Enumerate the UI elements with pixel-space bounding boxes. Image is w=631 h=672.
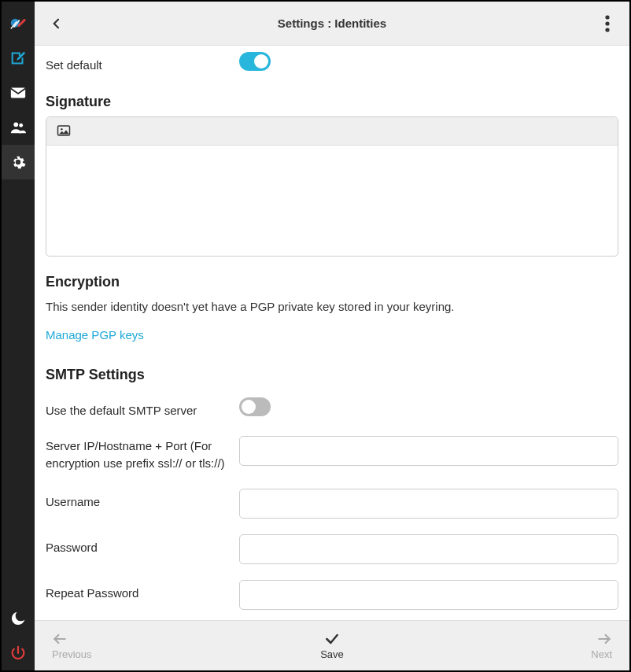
svg-point-3 [13,122,18,127]
svg-point-9 [61,128,62,130]
next-button[interactable]: Next [504,621,629,670]
signature-section-title: Signature [46,94,618,110]
signature-toolbar [46,117,618,146]
svg-point-7 [605,28,609,31]
sidebar-contacts[interactable] [2,110,35,145]
svg-point-4 [19,124,23,127]
svg-point-5 [605,15,609,19]
smtp-server-input[interactable] [239,436,618,466]
sidebar-settings[interactable] [2,145,35,179]
page-title: Settings : Identities [278,17,386,30]
signature-body[interactable] [46,146,618,256]
more-button[interactable] [592,8,623,39]
encryption-section-title: Encryption [46,274,618,290]
footer: Previous Save Next [35,620,629,670]
smtp-password-label: Password [46,534,239,557]
smtp-username-input[interactable] [239,489,618,519]
main: Settings : Identities Set default Signat… [35,2,629,670]
topbar: Settings : Identities [35,2,629,46]
back-button[interactable] [41,8,72,39]
sidebar-compose[interactable] [2,41,35,76]
svg-point-6 [605,21,609,25]
set-default-toggle[interactable] [239,52,271,71]
manage-pgp-keys-link[interactable]: Manage PGP keys [46,328,144,342]
previous-button[interactable]: Previous [35,621,161,670]
save-label: Save [320,648,344,660]
content: Set default Signature [35,46,629,620]
next-label: Next [591,648,612,660]
smtp-username-label: Username [46,489,239,511]
smtp-repeat-password-input[interactable] [239,580,618,610]
previous-label: Previous [52,648,92,660]
signature-image-button[interactable] [53,120,75,142]
smtp-password-input[interactable] [239,534,618,564]
encryption-message: This sender identity doesn't yet have a … [46,298,618,316]
sidebar-theme[interactable] [2,601,35,636]
smtp-default-toggle[interactable] [239,397,271,416]
smtp-section-title: SMTP Settings [46,367,618,383]
save-button[interactable]: Save [161,621,504,670]
sidebar [2,2,35,670]
signature-editor [46,116,618,257]
sidebar-mail[interactable] [2,76,35,110]
app-root: Settings : Identities Set default Signat… [0,0,631,672]
set-default-label: Set default [46,52,239,75]
sidebar-logout[interactable] [2,636,35,670]
smtp-default-label: Use the default SMTP server [46,397,239,420]
smtp-repeat-password-label: Repeat Password [46,580,239,603]
app-logo[interactable] [2,8,35,41]
smtp-server-label: Server IP/Hostname + Port (For encryptio… [46,436,239,473]
